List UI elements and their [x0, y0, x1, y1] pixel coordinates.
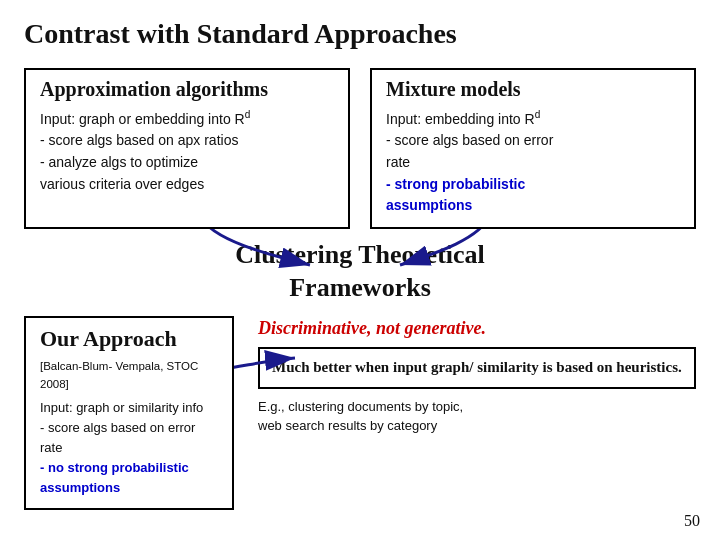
slide: Contrast with Standard Approaches Approx… — [0, 0, 720, 540]
page-number: 50 — [684, 512, 700, 530]
mixture-title: Mixture models — [386, 78, 680, 101]
center-banner-line2: Frameworks — [24, 272, 696, 305]
approx-title: Approximation algorithms — [40, 78, 334, 101]
approx-line3: - analyze algs to optimize — [40, 152, 334, 174]
top-row: Approximation algorithms Input: graph or… — [24, 68, 696, 229]
better-text: Much better when input graph/ similarity… — [272, 357, 682, 379]
right-panel: Discriminative, not generative. Much bet… — [254, 316, 696, 510]
mixture-line4: - strong probabilistic — [386, 174, 680, 196]
center-banner-line1: Clustering Theoretical — [24, 239, 696, 272]
our-line3: rate — [40, 438, 218, 458]
our-line5: assumptions — [40, 478, 218, 498]
citation: [Balcan-Blum- Vempala, STOC 2008] — [40, 358, 218, 394]
approx-line2: - score algs based on apx ratios — [40, 130, 334, 152]
mixture-box: Mixture models Input: embedding into Rd … — [370, 68, 696, 229]
bottom-row: Our Approach [Balcan-Blum- Vempala, STOC… — [24, 316, 696, 510]
our-line4: - no strong probabilistic — [40, 458, 218, 478]
example-line1: E.g., clustering documents by topic, — [258, 397, 696, 417]
our-approach-box: Our Approach [Balcan-Blum- Vempala, STOC… — [24, 316, 234, 510]
our-line1: Input: graph or similarity info — [40, 398, 218, 418]
mixture-line1: Input: embedding into Rd — [386, 107, 680, 130]
approx-content: Input: graph or embedding into Rd - scor… — [40, 107, 334, 195]
approx-line4: various criteria over edges — [40, 174, 334, 196]
our-line2: - score algs based on error — [40, 418, 218, 438]
better-box: Much better when input graph/ similarity… — [258, 347, 696, 389]
our-approach-content: [Balcan-Blum- Vempala, STOC 2008] Input:… — [40, 358, 218, 498]
mixture-line3: rate — [386, 152, 680, 174]
mixture-line5: assumptions — [386, 195, 680, 217]
example-line2: web search results by category — [258, 416, 696, 436]
center-banner: Clustering Theoretical Frameworks — [24, 239, 696, 304]
slide-title: Contrast with Standard Approaches — [24, 18, 696, 50]
mixture-content: Input: embedding into Rd - score algs ba… — [386, 107, 680, 217]
approx-line1: Input: graph or embedding into Rd — [40, 107, 334, 130]
mixture-line2: - score algs based on error — [386, 130, 680, 152]
approx-box: Approximation algorithms Input: graph or… — [24, 68, 350, 229]
discriminative-label: Discriminative, not generative. — [258, 318, 696, 339]
our-approach-title: Our Approach — [40, 326, 218, 352]
